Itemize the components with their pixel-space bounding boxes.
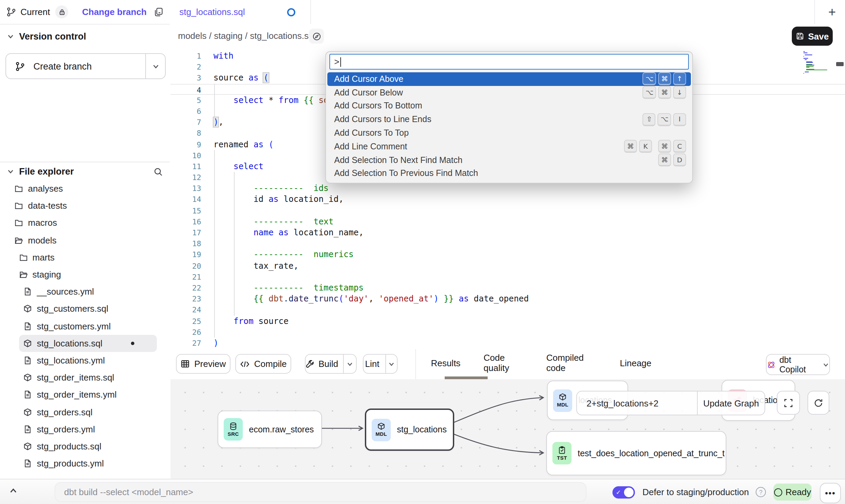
command-item[interactable]: Add Cursor Above⌥⌘↑ xyxy=(327,72,691,86)
lint-label: Lint xyxy=(364,359,381,369)
code-line-26[interactable]: 26 xyxy=(171,326,845,337)
update-graph-button[interactable]: Update Graph xyxy=(697,391,765,415)
chevron-up-icon[interactable] xyxy=(9,486,18,495)
file-tree-item-stg-customers-yml[interactable]: stg_customers.yml xyxy=(0,317,170,335)
code-line-23[interactable]: 23 {{ dbt.date_trunc('day', 'opened_at')… xyxy=(171,293,845,304)
tab-stg-locations[interactable]: stg_locations.sql xyxy=(171,0,311,24)
file-label: analyses xyxy=(28,183,63,194)
file-icon xyxy=(23,287,32,296)
table-icon xyxy=(181,359,190,368)
lineage-node-test[interactable]: TST test_does_location_opened_at_trunc_t… xyxy=(546,431,726,475)
create-branch-button[interactable]: Create branch xyxy=(5,53,166,79)
dbt-command-input[interactable]: dbt build --select <model_name> xyxy=(55,482,587,502)
fullscreen-button[interactable] xyxy=(777,391,800,415)
key-cap: ⌘ xyxy=(658,86,671,99)
code-line-24[interactable]: 24 xyxy=(171,305,845,315)
command-item[interactable]: Add Selection To Previous Find Match xyxy=(327,167,691,180)
command-item[interactable]: Add Line Comment⌘K⌘C xyxy=(327,140,691,153)
code-line-18[interactable]: 18 xyxy=(171,238,845,249)
command-palette-input[interactable]: > xyxy=(329,54,689,70)
command-item[interactable]: Add Cursors To Bottom xyxy=(327,99,691,113)
line-number: 7 xyxy=(171,117,201,128)
copilot-label: dbt Copilot xyxy=(779,355,819,374)
build-dropdown[interactable] xyxy=(343,354,356,374)
code-line-20[interactable]: 20 tax_rate, xyxy=(171,260,845,271)
model-badge: MDL xyxy=(553,389,572,412)
line-content: ---------- numerics xyxy=(201,249,354,260)
code-line-21[interactable]: 21 xyxy=(171,271,845,282)
file-tree-item-marts[interactable]: marts xyxy=(0,249,170,266)
new-tab-button[interactable]: + xyxy=(822,3,842,21)
file-tree-item-data-tests[interactable]: data-tests xyxy=(0,197,170,214)
lineage-node-stg-locations[interactable]: MDL stg_locations xyxy=(365,409,454,451)
build-button[interactable]: Build xyxy=(305,354,357,374)
code-line-17[interactable]: 17 name as location_name, xyxy=(171,227,845,238)
defer-toggle[interactable]: ✓ xyxy=(612,486,635,499)
code-line-16[interactable]: 16 ---------- text xyxy=(171,216,845,227)
panel-tab-lineage[interactable]: Lineage xyxy=(621,349,650,376)
line-number: 9 xyxy=(171,139,201,150)
file-tree-item--sources-yml[interactable]: __sources.yml xyxy=(0,283,170,300)
command-label: Add Line Comment xyxy=(334,142,407,151)
file-tree-item-macros[interactable]: macros xyxy=(0,214,170,232)
file-tree-item-stg-locations-yml[interactable]: stg_locations.yml xyxy=(0,352,170,369)
panel-tab-code-quality[interactable]: Code quality xyxy=(484,349,521,376)
preview-button[interactable]: Preview xyxy=(176,354,231,374)
minimap[interactable] xyxy=(803,51,833,74)
line-number: 26 xyxy=(171,326,201,337)
panel-tab-results[interactable]: Results xyxy=(432,349,460,376)
file-tree-item-analyses[interactable]: analyses xyxy=(0,180,170,197)
chevron-down-icon[interactable] xyxy=(7,168,14,175)
code-line-19[interactable]: 19 ---------- numerics xyxy=(171,249,845,260)
code-line-27[interactable]: 27) xyxy=(171,338,845,349)
file-tree-item-stg-products-yml[interactable]: stg_products.yml xyxy=(0,455,170,472)
file-tree-item-stg-order-items-yml[interactable]: stg_order_items.yml xyxy=(0,386,170,403)
file-tree-item-models[interactable]: models xyxy=(0,232,170,249)
file-tree-item-stg-products-sql[interactable]: stg_products.sql xyxy=(0,438,170,455)
copy-icon[interactable] xyxy=(153,7,164,17)
file-tree-item-stg-orders-yml[interactable]: stg_orders.yml xyxy=(0,420,170,438)
code-line-25[interactable]: 25 from source xyxy=(171,315,845,326)
change-branch-link[interactable]: Change branch xyxy=(82,7,147,17)
more-menu-button[interactable]: ••• xyxy=(820,483,841,503)
lineage-selector-input[interactable]: 2+stg_locations+2 xyxy=(577,398,697,408)
command-item[interactable]: Add Cursor Below⌥⌘↓ xyxy=(327,86,691,100)
command-item[interactable]: Add Cursors To Top xyxy=(327,126,691,140)
defer-label: Defer to staging/production xyxy=(642,487,749,497)
key-cap: K xyxy=(639,140,652,153)
lint-button[interactable]: Lint xyxy=(363,354,398,374)
code-line-22[interactable]: 22 ---------- timestamps xyxy=(171,282,845,293)
line-number: 27 xyxy=(171,338,201,349)
help-icon[interactable]: ? xyxy=(756,487,766,497)
code-line-15[interactable]: 15 xyxy=(171,205,845,216)
code-line-14[interactable]: 14 id as location_id, xyxy=(171,194,845,205)
lint-dropdown[interactable] xyxy=(386,354,397,374)
file-tree-item-staging[interactable]: staging xyxy=(0,266,170,283)
search-icon[interactable] xyxy=(153,167,163,176)
preview-label: Preview xyxy=(194,359,226,369)
file-label: stg_locations.sql xyxy=(37,338,102,349)
command-item[interactable]: Add Selection To Next Find Match⌘D xyxy=(327,153,691,167)
line-content xyxy=(201,238,213,249)
navigate-chip[interactable] xyxy=(309,29,324,44)
file-tree-item-stg-order-items-sql[interactable]: stg_order_items.sql xyxy=(0,369,170,386)
file-tree-item-stg-customers-sql[interactable]: stg_customers.sql xyxy=(0,300,170,317)
editor-scrollbar[interactable] xyxy=(836,62,844,66)
compile-button[interactable]: Compile xyxy=(235,354,291,374)
lineage-node-source[interactable]: SRC ecom.raw_stores xyxy=(218,411,322,448)
save-button[interactable]: Save xyxy=(792,27,833,46)
refresh-button[interactable] xyxy=(807,391,829,415)
lineage-canvas[interactable]: MDL locations locations SRC ecom.raw_sto… xyxy=(171,379,845,479)
command-item[interactable]: Add Cursors to Line Ends⇧⌥I xyxy=(327,113,691,127)
create-branch-dropdown[interactable] xyxy=(145,54,165,78)
version-control-header[interactable]: Version control xyxy=(7,31,86,42)
panel-tab-compiled-code[interactable]: Compiled code xyxy=(546,349,601,376)
file-tree-item-stg-locations-sql[interactable]: stg_locations.sql xyxy=(19,335,157,352)
file-label: macros xyxy=(28,218,57,228)
dbt-copilot-button[interactable]: dbt Copilot xyxy=(766,354,830,375)
command-item[interactable]: Add Selection To All Find Matches xyxy=(327,180,691,183)
model-icon xyxy=(23,442,32,451)
file-tree-item-stg-orders-sql[interactable]: stg_orders.sql xyxy=(0,403,170,420)
clipboard-check-icon xyxy=(558,446,566,454)
code-line-13[interactable]: 13 ---------- ids xyxy=(171,183,845,194)
